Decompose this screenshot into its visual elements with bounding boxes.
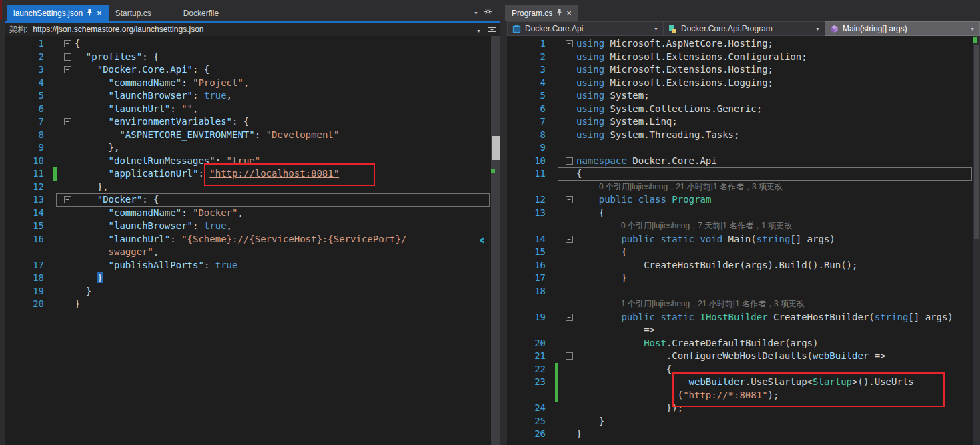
right-scrollbar-thumb[interactable] <box>974 45 979 239</box>
code-line: 6 "launchUrl": "", <box>5 103 491 116</box>
change-tracking-gutter <box>551 219 562 233</box>
gear-icon[interactable] <box>484 7 492 19</box>
code-text: webBuilder.UseStartup<Startup>().UseUrls <box>576 376 973 389</box>
code-text: using Microsoft.AspNetCore.Hosting; <box>576 37 973 51</box>
line-number: 6 <box>5 103 49 116</box>
nav-member-dropdown[interactable]: Main(string[] args) ▼ <box>825 21 980 36</box>
code-text: }); <box>576 402 973 415</box>
fold-gutter <box>562 246 576 259</box>
line-number: 16 <box>507 259 551 272</box>
tab-program-cs[interactable]: Program.cs × <box>505 5 578 21</box>
code-line: 12− public class Program <box>507 193 973 207</box>
collapse-region-icon[interactable]: − <box>566 196 573 203</box>
fold-gutter: − <box>562 155 576 168</box>
schema-chevron-down-icon[interactable]: ▼ <box>476 29 481 33</box>
collapse-region-icon[interactable]: − <box>566 352 573 360</box>
vs-editor-window: launchSettings.json × Startup.cs Dockerf… <box>0 0 980 445</box>
code-text: { <box>576 167 973 181</box>
tab-startup-cs[interactable]: Startup.cs <box>109 5 158 21</box>
code-text: }, <box>75 181 491 194</box>
tab-launchsettings-json[interactable]: launchSettings.json × <box>7 5 109 21</box>
fold-gutter <box>562 285 576 298</box>
code-text: "dotnetRunMessages": "true", <box>75 155 491 168</box>
change-tracking-gutter <box>49 285 60 298</box>
collapse-region-icon[interactable]: − <box>566 40 573 47</box>
line-number <box>507 389 551 402</box>
nav-type-dropdown[interactable]: Docker.Core.Api.Program ▼ <box>664 21 825 36</box>
code-text: } <box>75 285 491 298</box>
change-tracking-bar <box>551 363 562 376</box>
code-text: { <box>576 246 973 259</box>
left-scrollbar-thumb[interactable] <box>492 136 500 160</box>
code-text: "environmentVariables": { <box>75 115 491 129</box>
change-tracking-gutter <box>49 63 60 77</box>
line-number: 4 <box>5 77 49 90</box>
fold-gutter <box>60 298 75 311</box>
collapse-region-icon[interactable]: − <box>566 157 573 165</box>
collapse-region-icon[interactable]: − <box>64 53 71 61</box>
line-number: 10 <box>507 155 551 168</box>
fold-gutter: − <box>562 311 576 324</box>
change-tracking-gutter <box>49 219 60 233</box>
collapse-region-icon[interactable]: − <box>566 314 573 321</box>
code-line: 10−namespace Docker.Core.Api <box>507 155 973 168</box>
tab-dockerfile[interactable]: Dockerfile <box>177 5 225 21</box>
fold-gutter <box>562 51 576 64</box>
fold-gutter <box>562 129 576 142</box>
change-tracking-gutter <box>551 193 562 207</box>
close-icon[interactable]: × <box>97 9 102 17</box>
change-tracking-gutter <box>49 129 60 142</box>
fold-gutter <box>60 141 75 155</box>
code-text: { <box>75 37 491 51</box>
code-text: .ConfigureWebHostDefaults(webBuilder => <box>576 350 973 363</box>
line-number: 17 <box>5 259 49 272</box>
code-line: 14− public static void Main(string[] arg… <box>507 233 973 246</box>
code-line: 10 "dotnetRunMessages": "true", <box>5 155 491 168</box>
nav-member-value: Main(string[] args) <box>843 24 907 33</box>
editor-program-cs[interactable]: 1−using Microsoft.AspNetCore.Hosting;2us… <box>507 36 973 445</box>
line-number: 23 <box>507 376 551 389</box>
tab-list-chevron-down-icon[interactable]: ▼ <box>474 11 478 15</box>
code-line: 4 "commandName": "Project", <box>5 77 491 90</box>
code-text <box>576 285 973 298</box>
nav-project-dropdown[interactable]: Docker.Core.Api ▼ <box>507 21 664 36</box>
collapse-region-icon[interactable]: − <box>64 196 71 203</box>
fold-gutter <box>60 77 75 90</box>
change-tracking-bar <box>551 376 562 389</box>
class-icon <box>668 25 677 33</box>
fold-gutter: − <box>60 115 75 129</box>
change-tracking-gutter <box>49 246 60 259</box>
navigation-bar: Docker.Core.Api ▼ Docker.Core.Api.Progra… <box>507 21 980 36</box>
code-line: 7using System.Linq; <box>507 115 973 129</box>
code-text: "launchBrowser": true, <box>75 219 491 233</box>
fold-gutter: − <box>60 63 75 77</box>
line-number: 13 <box>507 207 551 220</box>
line-number: 1 <box>507 37 551 51</box>
collapse-region-icon[interactable]: − <box>64 118 71 125</box>
close-icon[interactable]: × <box>566 9 572 17</box>
fold-gutter <box>562 77 576 90</box>
code-line: 19 } <box>5 285 491 298</box>
code-text: using System.Threading.Tasks; <box>576 129 973 142</box>
left-editor-scrollbar[interactable] <box>491 36 500 445</box>
quick-action-icon[interactable] <box>476 235 486 247</box>
collapse-region-icon[interactable]: − <box>64 40 71 47</box>
pin-icon[interactable] <box>556 8 562 18</box>
editor-launchsettings-json[interactable]: 1−{2− "profiles": {3− "Docker.Core.Api":… <box>5 36 491 445</box>
pane-splitter[interactable] <box>500 36 507 445</box>
pin-icon[interactable] <box>87 8 93 18</box>
chevron-down-icon: ▼ <box>966 27 975 31</box>
change-tracking-gutter <box>49 193 60 207</box>
change-tracking-gutter <box>49 181 60 194</box>
collapse-region-icon[interactable]: − <box>566 236 573 243</box>
line-number: 10 <box>5 155 49 168</box>
line-number: 9 <box>5 141 49 155</box>
line-number <box>507 219 551 233</box>
line-number: 15 <box>507 246 551 259</box>
code-line: 2− "profiles": { <box>5 51 491 64</box>
schema-sync-icon[interactable] <box>488 25 496 37</box>
code-line: 20 Host.CreateDefaultBuilder(args) <box>507 337 973 350</box>
pane-splitter-top <box>500 21 507 36</box>
collapse-region-icon[interactable]: − <box>64 66 71 73</box>
fold-gutter <box>562 103 576 116</box>
